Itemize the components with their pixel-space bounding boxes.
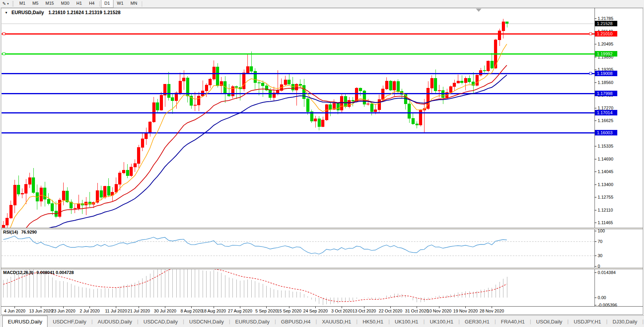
chart-tab-usdcad-daily[interactable]: USDCAD,Daily xyxy=(138,316,183,327)
svg-text:8 Aug 2020: 8 Aug 2020 xyxy=(181,309,203,313)
svg-text:2 Jul 2020: 2 Jul 2020 xyxy=(80,309,100,313)
svg-text:1.11465: 1.11465 xyxy=(598,220,613,225)
chart-tab-usoil-daily[interactable]: USOil,Daily xyxy=(531,316,567,327)
svg-text:18 Aug 2020: 18 Aug 2020 xyxy=(202,309,226,313)
svg-text:1.21528: 1.21528 xyxy=(597,21,613,26)
symbol-period-label: EURUSD,Daily xyxy=(11,10,44,15)
ohlc-values: 1.21610 1.21624 1.21319 1.21528 xyxy=(48,10,121,15)
svg-text:19 Nov 2020: 19 Nov 2020 xyxy=(453,309,478,313)
rsi-indicator-label: RSI(14) 76.9290 xyxy=(3,230,37,234)
chart-menu-triangle-icon[interactable]: ▼ xyxy=(5,11,8,15)
chart-tab-xauusd-h1[interactable]: XAUUSD,H1 xyxy=(317,316,356,327)
svg-text:1.19992: 1.19992 xyxy=(597,51,613,56)
chart-tab-uk100-h1[interactable]: UK100,H1 xyxy=(424,316,458,327)
macd-indicator-label: MACD(12,26,9) 0.008041 0.004728 xyxy=(3,270,74,275)
macd-values: 0.008041 0.004728 xyxy=(37,270,74,275)
svg-text:1.15335: 1.15335 xyxy=(598,144,613,148)
svg-text:23 Jun 2020: 23 Jun 2020 xyxy=(51,309,75,313)
svg-text:13 Oct 2020: 13 Oct 2020 xyxy=(353,309,376,313)
chart-tab-fra40-h1[interactable]: FRA40,H1 xyxy=(496,316,530,327)
chart-plot[interactable]: 1.217851.211401.204951.198501.192051.185… xyxy=(0,0,644,327)
svg-text:1.21010: 1.21010 xyxy=(597,31,613,36)
chart-title: ▼ EURUSD,Daily 1.21610 1.21624 1.21319 1… xyxy=(5,10,121,15)
rsi-value: 76.9290 xyxy=(21,230,37,234)
mt4-terminal-window: ✎ ▾ M1M5M15M30H1H4D1W1MN ▼ EURUSD,Daily … xyxy=(0,0,644,327)
svg-text:70: 70 xyxy=(598,239,602,244)
chart-tab-uk100-h1[interactable]: UK100,H1 xyxy=(390,316,423,327)
svg-text:0.014384: 0.014384 xyxy=(598,270,616,275)
svg-text:21 Jul 2020: 21 Jul 2020 xyxy=(128,309,150,313)
chart-tab-gbpusd-h4[interactable]: GBPUSD,H4 xyxy=(276,316,316,327)
macd-name: MACD(12,26,9) xyxy=(3,270,33,275)
line-handle-icon[interactable] xyxy=(3,33,5,35)
svg-text:1.18560: 1.18560 xyxy=(598,80,613,85)
svg-text:15 Sep 2020: 15 Sep 2020 xyxy=(277,309,301,313)
svg-text:28 Nov 2020: 28 Nov 2020 xyxy=(479,309,504,313)
svg-text:1.17014: 1.17014 xyxy=(597,110,613,115)
line-handle-icon[interactable] xyxy=(589,72,592,75)
svg-text:22 Oct 2020: 22 Oct 2020 xyxy=(379,309,402,313)
svg-text:1.16625: 1.16625 xyxy=(598,118,613,123)
svg-text:0: 0 xyxy=(598,264,600,269)
svg-text:24 Sep 2020: 24 Sep 2020 xyxy=(303,309,327,313)
svg-text:13 Jun 2020: 13 Jun 2020 xyxy=(29,309,53,313)
chart-tab-ger30-h1[interactable]: GER30,H1 xyxy=(460,316,495,327)
chart-tab-audusd-daily[interactable]: AUDUSD,Daily xyxy=(93,316,137,327)
svg-text:1.14045: 1.14045 xyxy=(598,169,613,174)
macd-pane[interactable] xyxy=(2,269,595,306)
svg-text:10 Nov 2020: 10 Nov 2020 xyxy=(427,309,451,313)
svg-text:31 Oct 2020: 31 Oct 2020 xyxy=(405,309,429,313)
rsi-pane[interactable] xyxy=(2,229,595,268)
svg-text:30 Jul 2020: 30 Jul 2020 xyxy=(154,309,176,313)
svg-text:30: 30 xyxy=(598,253,602,258)
svg-text:5 Sep 2020: 5 Sep 2020 xyxy=(255,309,277,313)
chart-tab-bar: EURUSD,DailyUSDCHF,Daily|AUDUSD,Daily|US… xyxy=(0,315,644,327)
svg-text:100: 100 xyxy=(598,228,605,233)
chart-tab-eurusd-daily[interactable]: EURUSD,Daily xyxy=(230,316,274,327)
svg-text:1.14690: 1.14690 xyxy=(598,157,613,161)
line-handle-icon[interactable] xyxy=(589,33,592,35)
chart-tab-eurusd-daily[interactable]: EURUSD,Daily xyxy=(2,316,48,327)
chart-tab-usdjpy-h1[interactable]: USDJPY,H1 xyxy=(569,316,606,327)
main-chart-pane[interactable] xyxy=(2,8,595,228)
svg-text:1.12755: 1.12755 xyxy=(598,195,613,199)
svg-text:1.17270: 1.17270 xyxy=(598,106,613,110)
chart-tab-hk50-h1[interactable]: HK50,H1 xyxy=(357,316,388,327)
svg-text:3 Oct 2020: 3 Oct 2020 xyxy=(331,309,353,313)
svg-text:27 Aug 2020: 27 Aug 2020 xyxy=(228,309,252,313)
rsi-name: RSI(14) xyxy=(3,230,18,234)
svg-text:1.20495: 1.20495 xyxy=(598,42,613,46)
svg-text:4 Jun 2020: 4 Jun 2020 xyxy=(4,309,25,313)
svg-text:1.19008: 1.19008 xyxy=(597,71,613,76)
svg-text:1.17998: 1.17998 xyxy=(597,91,613,96)
chart-tab-dj30-daily[interactable]: DJ30,Daily xyxy=(607,316,642,327)
svg-text:1.21785: 1.21785 xyxy=(598,16,613,21)
svg-text:1.16003: 1.16003 xyxy=(597,130,613,135)
svg-text:11 Jul 2020: 11 Jul 2020 xyxy=(105,309,127,313)
svg-text:1.13400: 1.13400 xyxy=(598,182,613,187)
svg-text:0.00: 0.00 xyxy=(598,295,606,300)
chart-tab-usdchf-daily[interactable]: USDCHF,Daily xyxy=(48,316,91,327)
svg-text:-0.005396: -0.005396 xyxy=(598,303,617,307)
line-handle-icon[interactable] xyxy=(3,53,5,55)
svg-text:1.12110: 1.12110 xyxy=(598,208,613,212)
chart-tab-usdcnh-daily[interactable]: USDCNH,Daily xyxy=(184,316,229,327)
